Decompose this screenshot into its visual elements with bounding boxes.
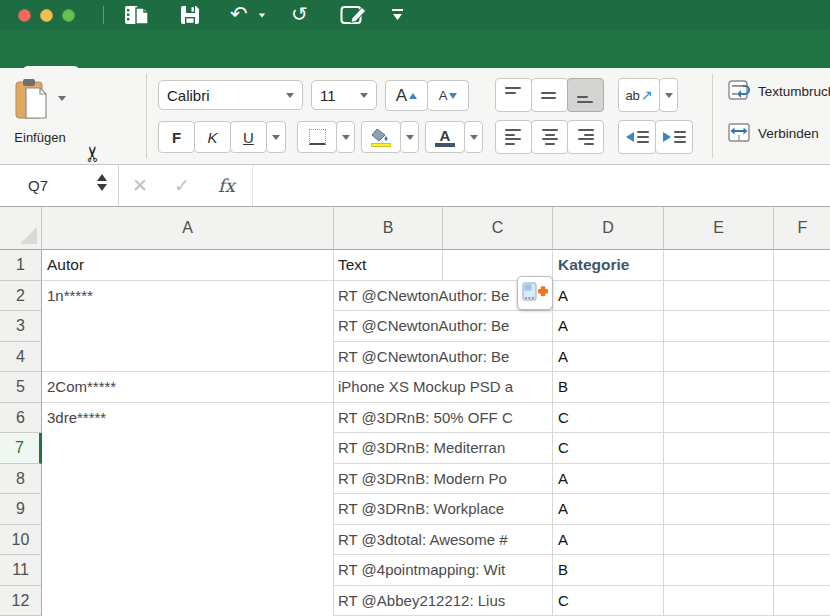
cell-author[interactable]: 3dre*****	[42, 403, 334, 433]
edit-icon[interactable]	[340, 4, 368, 26]
font-size-combo[interactable]: 11	[311, 80, 377, 110]
cell-e1[interactable]	[664, 250, 774, 281]
row-header-active[interactable]: 7	[0, 433, 42, 464]
cell-category[interactable]: A	[553, 342, 664, 372]
row-header[interactable]: 3	[0, 311, 42, 342]
select-all-corner[interactable]	[0, 207, 42, 250]
align-right-button[interactable]	[567, 120, 604, 154]
cell-text[interactable]: RT @Abbey212212: Lius	[334, 586, 553, 616]
borders-button[interactable]	[297, 121, 337, 153]
column-header-c[interactable]: C	[443, 207, 553, 250]
cell-empty[interactable]	[664, 464, 774, 494]
align-center-button[interactable]	[531, 120, 568, 154]
cell-category[interactable]: A	[553, 311, 664, 342]
align-middle-button[interactable]	[531, 78, 568, 112]
row-header[interactable]: 1	[0, 250, 42, 281]
save-icon[interactable]	[179, 4, 201, 26]
font-name-combo[interactable]: Calibri	[158, 80, 303, 110]
cell-empty[interactable]	[664, 555, 774, 586]
merge-cells-button[interactable]: Verbinden	[728, 122, 819, 144]
cell-text[interactable]: iPhone XS Mockup PSD a	[334, 372, 553, 403]
cell-category[interactable]: C	[553, 433, 664, 464]
confirm-entry-button[interactable]: ✓	[174, 165, 190, 207]
row-header[interactable]: 9	[0, 494, 42, 525]
cell-f1[interactable]	[774, 250, 830, 281]
italic-button[interactable]: K	[194, 121, 231, 153]
cell-empty[interactable]	[774, 525, 830, 555]
cell-category[interactable]: A	[553, 464, 664, 494]
cell-b1[interactable]: Text	[334, 250, 443, 281]
bold-button[interactable]: F	[158, 121, 195, 153]
row-header[interactable]: 11	[0, 555, 42, 586]
cell-empty[interactable]	[774, 403, 830, 433]
insert-function-button[interactable]: fx	[218, 165, 235, 207]
cell-empty[interactable]	[774, 311, 830, 342]
paste-dropdown-caret[interactable]	[58, 96, 66, 101]
cell-text[interactable]: RT @3DRnB: Workplace	[334, 494, 553, 525]
minimize-window-button[interactable]	[40, 9, 53, 22]
cell-a1[interactable]: Autor	[42, 250, 334, 281]
new-workbook-icon[interactable]	[124, 4, 150, 26]
cell-author[interactable]: 2Com*****	[42, 372, 334, 403]
cell-author[interactable]	[42, 342, 334, 372]
row-header[interactable]: 8	[0, 464, 42, 494]
cell-text[interactable]: RT @3dtotal: Awesome #	[334, 525, 553, 555]
cell-empty[interactable]	[664, 494, 774, 525]
paste-button[interactable]: Einfügen	[12, 76, 66, 146]
cell-empty[interactable]	[664, 281, 774, 311]
borders-dropdown-button[interactable]	[336, 121, 355, 153]
undo-icon[interactable]: ↶	[230, 2, 248, 26]
font-color-dropdown-button[interactable]	[464, 121, 483, 153]
cell-empty[interactable]	[664, 586, 774, 616]
grow-font-button[interactable]: A	[385, 80, 428, 111]
align-left-button[interactable]	[495, 120, 532, 154]
shrink-font-button[interactable]: A	[427, 80, 469, 111]
cell-empty[interactable]	[774, 342, 830, 372]
row-header[interactable]: 6	[0, 403, 42, 433]
cell-empty[interactable]	[774, 372, 830, 403]
orientation-button[interactable]: ab ↗	[618, 78, 660, 112]
cell-empty[interactable]	[664, 433, 774, 464]
name-box-stepper[interactable]	[97, 174, 107, 191]
decrease-indent-button[interactable]	[618, 120, 656, 154]
cell-d1[interactable]: Kategorie	[553, 250, 664, 281]
cell-author[interactable]: 1n*****	[42, 281, 334, 311]
cell-author[interactable]	[42, 586, 334, 616]
fill-color-dropdown-button[interactable]	[400, 121, 419, 153]
wrap-text-button[interactable]: Textumbruch	[728, 80, 830, 102]
cell-category[interactable]: B	[553, 372, 664, 403]
undo-dropdown-caret[interactable]	[259, 14, 265, 18]
close-window-button[interactable]	[18, 9, 31, 22]
cell-author[interactable]	[42, 494, 334, 525]
cell-empty[interactable]	[664, 342, 774, 372]
cell-empty[interactable]	[774, 494, 830, 525]
row-header[interactable]: 2	[0, 281, 42, 311]
column-header-b[interactable]: B	[334, 207, 443, 250]
row-header[interactable]: 12	[0, 586, 42, 616]
cell-empty[interactable]	[774, 433, 830, 464]
row-header[interactable]: 10	[0, 525, 42, 555]
cell-empty[interactable]	[774, 586, 830, 616]
cell-empty[interactable]	[774, 281, 830, 311]
cell-empty[interactable]	[664, 311, 774, 342]
cell-author[interactable]	[42, 525, 334, 555]
cell-author[interactable]	[42, 433, 334, 464]
underline-dropdown-button[interactable]	[266, 121, 286, 153]
cell-text[interactable]: RT @CNewtonAuthor: Be	[334, 342, 553, 372]
cell-text[interactable]: RT @3DRnB: 50% OFF C	[334, 403, 553, 433]
column-header-a[interactable]: A	[42, 207, 334, 250]
cell-empty[interactable]	[774, 464, 830, 494]
cell-text[interactable]: RT @CNewtonAuthor: Be	[334, 311, 553, 342]
cell-text[interactable]: RT @4pointmapping: Wit	[334, 555, 553, 586]
name-box[interactable]: Q7	[0, 165, 118, 206]
align-bottom-button[interactable]	[567, 78, 604, 112]
increase-indent-button[interactable]	[655, 120, 693, 154]
column-header-f[interactable]: F	[774, 207, 830, 250]
row-header[interactable]: 4	[0, 342, 42, 372]
cell-text[interactable]: RT @3DRnB: Mediterran	[334, 433, 553, 464]
formula-input[interactable]	[253, 165, 830, 206]
cell-category[interactable]: B	[553, 555, 664, 586]
cell-category[interactable]: C	[553, 403, 664, 433]
cell-category[interactable]: C	[553, 586, 664, 616]
cell-empty[interactable]	[664, 525, 774, 555]
